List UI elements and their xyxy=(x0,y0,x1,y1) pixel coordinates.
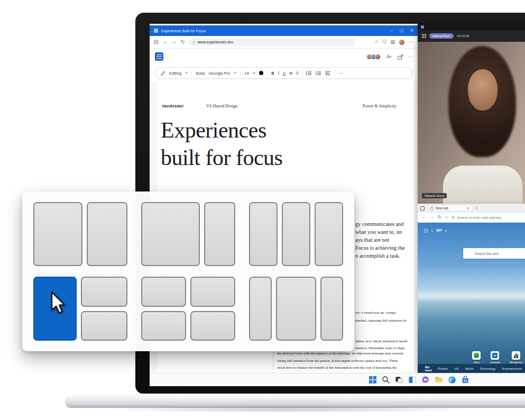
catch-up-activity-icon[interactable] xyxy=(385,54,392,59)
collections-icon[interactable]: ▤ xyxy=(390,40,395,44)
web-search-box[interactable]: Search the web xyxy=(463,248,525,259)
snap-zone[interactable] xyxy=(33,202,82,266)
home-icon[interactable]: ⌂ xyxy=(445,215,448,220)
font-color-swatch[interactable] xyxy=(259,71,263,75)
numbered-list-icon[interactable] xyxy=(316,71,321,76)
snap-zone[interactable] xyxy=(249,277,272,341)
tab-close-icon[interactable]: ✕ xyxy=(467,206,469,210)
snap-zone[interactable] xyxy=(141,202,200,266)
snap-zone[interactable] xyxy=(204,202,235,266)
collaborator-avatars[interactable] xyxy=(366,54,381,60)
weather-widget[interactable]: ☼ 54° ▼ xyxy=(424,228,447,233)
snap-zone[interactable] xyxy=(190,277,235,307)
meeting-badge[interactable]: Waiting Room xyxy=(429,33,454,39)
bold-button[interactable]: B xyxy=(271,71,274,76)
news-tab-world[interactable]: World xyxy=(465,367,474,370)
body-text-fragment: the delivery form with the urgency of th… xyxy=(277,350,403,370)
snap-layout-two-columns-wide-left[interactable] xyxy=(141,202,235,266)
refresh-icon[interactable]: ↻ xyxy=(438,215,441,220)
snap-layout-three-columns[interactable] xyxy=(249,202,343,266)
bar-chart-icon xyxy=(514,353,518,358)
snap-layout-quad-grid[interactable] xyxy=(141,277,235,341)
favorites-settings-icon[interactable]: ☆ xyxy=(374,40,379,44)
search-icon[interactable] xyxy=(382,376,390,384)
teams-titlebar xyxy=(418,23,525,30)
news-tab-entertainment[interactable]: Entertainment xyxy=(502,367,522,370)
snap-layout-left-focus-right-stacked[interactable] xyxy=(33,277,127,341)
page-layout-icon[interactable] xyxy=(424,229,428,233)
teams-call-window: Waiting Room 00:22:06 Natasha Jones xyxy=(418,23,525,204)
highlight-button[interactable]: A xyxy=(296,71,299,76)
address-bar[interactable]: ⌂ www.experiences.doc xyxy=(189,38,356,46)
snap-zone[interactable] xyxy=(190,311,235,341)
font-size-dropdown[interactable]: 14 xyxy=(244,71,248,76)
snap-zone[interactable] xyxy=(141,311,186,341)
gallery-view-icon[interactable] xyxy=(422,34,426,38)
chat-icon[interactable] xyxy=(421,376,430,384)
italic-button[interactable]: I xyxy=(278,71,280,76)
edge-browser-window: New tab ✕ + ← → ↻ ⌂ Search or enter web … xyxy=(418,204,525,373)
news-tab-politics[interactable]: Politics xyxy=(438,367,448,370)
edge-icon[interactable] xyxy=(448,376,456,384)
bullet-list-icon[interactable] xyxy=(306,71,312,76)
back-icon[interactable]: ← xyxy=(163,40,168,44)
apps-grid-icon[interactable] xyxy=(154,40,159,44)
snap-zone[interactable] xyxy=(81,311,127,341)
snap-zone[interactable] xyxy=(87,202,127,266)
document-heading: Experiences built for focus xyxy=(161,116,282,171)
share-icon[interactable] xyxy=(397,54,403,60)
snap-layout-three-columns-center-wide[interactable] xyxy=(249,277,343,341)
style-dropdown[interactable]: Body xyxy=(196,71,205,76)
editing-mode-dropdown[interactable]: Editing xyxy=(169,71,181,76)
quick-link-wordpress[interactable]: Wordpress xyxy=(510,351,522,364)
snap-zone[interactable] xyxy=(320,277,343,341)
more-options-icon[interactable]: ⋯ xyxy=(408,54,412,59)
strikethrough-button[interactable]: S xyxy=(290,71,292,76)
forward-icon[interactable]: → xyxy=(430,215,434,220)
teams-app-icon xyxy=(421,25,424,29)
new-tab-button[interactable]: + xyxy=(475,206,478,211)
maximize-button[interactable]: ▢ xyxy=(400,25,403,36)
news-tab-us[interactable]: US xyxy=(454,367,458,370)
edge-tabbar: New tab ✕ + xyxy=(418,204,525,213)
align-icon[interactable] xyxy=(325,71,331,76)
toolbar-more-icon[interactable]: ⋯ xyxy=(339,71,343,76)
snap-zone[interactable] xyxy=(249,202,278,266)
body-text-fragment: tes: a visual pop up, orange needed, cap… xyxy=(355,309,407,325)
snap-zone[interactable] xyxy=(282,202,310,266)
file-explorer-icon[interactable] xyxy=(435,376,443,384)
widgets-icon[interactable] xyxy=(408,376,417,384)
snap-zone[interactable] xyxy=(276,277,317,341)
browser-tab[interactable]: New tab ✕ xyxy=(427,205,473,212)
news-tab-technology[interactable]: Technology xyxy=(480,367,495,370)
laptop-base xyxy=(65,394,525,408)
sun-icon: ☼ xyxy=(430,228,434,233)
xbox-icon xyxy=(474,353,479,358)
quick-link-xbox[interactable]: Xbox xyxy=(472,351,481,364)
browser-essentials-icon[interactable]: ⛉ xyxy=(383,40,386,44)
start-button-icon[interactable] xyxy=(369,376,377,384)
snap-zone[interactable] xyxy=(315,202,343,266)
refresh-icon[interactable]: ↻ xyxy=(181,40,185,44)
tab-actions-icon[interactable] xyxy=(420,206,425,211)
close-button[interactable]: ✕ xyxy=(410,25,413,36)
store-icon[interactable] xyxy=(461,376,469,384)
profile-avatar[interactable] xyxy=(399,40,404,45)
word-app-icon[interactable] xyxy=(155,52,163,61)
meeting-timer: 00:22:06 xyxy=(457,34,469,38)
font-dropdown[interactable]: Georgia Pro xyxy=(209,71,230,76)
back-icon[interactable]: ← xyxy=(422,215,426,220)
snap-zone[interactable] xyxy=(141,277,186,307)
snap-layout-two-columns[interactable] xyxy=(33,202,127,266)
snap-zone[interactable] xyxy=(81,277,127,307)
quick-link-linkedin[interactable]: in LinkedIn xyxy=(490,351,500,364)
task-view-icon[interactable] xyxy=(395,376,403,384)
news-tab-my-feed[interactable]: My feed xyxy=(425,366,431,372)
mouse-cursor xyxy=(49,291,67,315)
brand-logo: VanArsdel xyxy=(162,104,183,108)
minimize-button[interactable]: – xyxy=(390,25,392,36)
address-input[interactable]: Search or enter web address xyxy=(452,216,501,220)
more-menu-icon[interactable]: ⋯ xyxy=(409,40,413,44)
underline-button[interactable]: U xyxy=(283,71,285,76)
forward-icon[interactable]: → xyxy=(172,40,177,44)
